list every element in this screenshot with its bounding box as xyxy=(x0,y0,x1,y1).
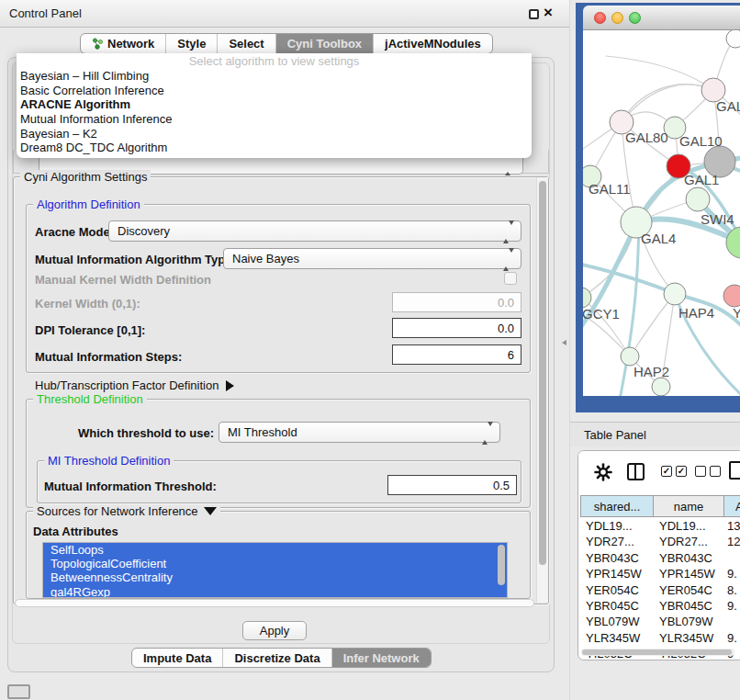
mi-threshold-field[interactable]: 0.5 xyxy=(387,475,517,495)
network-node-label: GAL xyxy=(716,98,740,114)
attribute-item-gal4rgexp[interactable]: gal4RGexp xyxy=(43,585,507,598)
kernel-width-field[interactable]: 0.0 xyxy=(392,292,521,312)
attr-items-container: SelfLoopsTopologicalCoefficientBetweenne… xyxy=(43,543,507,598)
table-row[interactable]: YER054CYER054C8. xyxy=(580,582,740,598)
network-node[interactable] xyxy=(686,187,710,211)
network-node[interactable] xyxy=(726,30,740,48)
table-row[interactable]: YBR045CYBR045C9. xyxy=(580,598,740,614)
tab-style[interactable]: Style xyxy=(165,34,217,53)
settings-vertical-scrollbar[interactable] xyxy=(536,177,548,603)
mi-steps-field[interactable]: 6 xyxy=(392,344,521,365)
gear-icon[interactable] xyxy=(594,463,612,484)
algorithm-option-bayesian-k2[interactable]: Bayesian – K2 xyxy=(17,127,532,141)
table-row[interactable]: YBL079WYBL079W xyxy=(580,614,740,629)
table-horizontal-scrollbar[interactable] xyxy=(581,649,734,656)
table-row[interactable]: YPR145WYPR145W9. xyxy=(580,566,740,581)
column-header[interactable]: A xyxy=(724,495,740,517)
tab-select[interactable]: Select xyxy=(217,34,275,53)
checked-checkbox-icon[interactable]: ✓ xyxy=(661,466,672,477)
which-threshold-select[interactable]: MI Threshold xyxy=(219,422,500,443)
dpi-tolerance-label: DPI Tolerance [0,1]: xyxy=(35,323,145,337)
table-cell: YBL079W xyxy=(586,615,640,628)
network-node[interactable] xyxy=(723,285,740,307)
tab-infer-network[interactable]: Infer Network xyxy=(331,649,431,667)
columns-icon[interactable] xyxy=(627,463,645,480)
algorithm-items: Bayesian – Hill ClimbingBasic Correlatio… xyxy=(17,69,532,155)
table-row[interactable]: YDR27...YDR27...12 xyxy=(580,534,740,549)
table-cell: YER054C xyxy=(659,583,712,597)
window-minimize-icon[interactable] xyxy=(611,12,623,24)
network-node[interactable] xyxy=(664,283,686,305)
document-icon[interactable] xyxy=(729,461,740,480)
data-attributes-list[interactable]: SelfLoopsTopologicalCoefficientBetweenne… xyxy=(42,542,508,598)
attribute-item-selfloops[interactable]: SelfLoops xyxy=(43,543,507,557)
checked-checkbox-icon[interactable]: ✓ xyxy=(676,466,687,477)
network-node-label: HAP2 xyxy=(633,364,669,379)
tab-impute-data[interactable]: Impute Data xyxy=(132,649,222,667)
table-row[interactable]: YDL19...YDL19...13 xyxy=(580,518,740,534)
table-cell: YBL079W xyxy=(659,615,713,628)
dpi-tolerance-field[interactable]: 0.0 xyxy=(392,318,521,338)
close-icon[interactable]: × xyxy=(544,4,553,22)
attribute-item-betweennesscentrality[interactable]: BetweennessCentrality xyxy=(43,570,507,584)
window-zoom-icon[interactable] xyxy=(629,12,641,24)
attribute-item-topologicalcoefficient[interactable]: TopologicalCoefficient xyxy=(43,557,507,570)
table-cell: YPR145W xyxy=(659,567,715,581)
float-window-icon[interactable] xyxy=(529,9,539,19)
algorithm-option-aracne-algorithm[interactable]: ARACNE Algorithm xyxy=(17,97,532,112)
network-view-frame: GALGAL80GAL10GAL1GAL11SWI4GAL4GCY1HAP4YH… xyxy=(576,3,740,412)
window-close-icon[interactable] xyxy=(594,12,606,24)
algorithm-option-basic-correlation-inference[interactable]: Basic Correlation Inference xyxy=(17,84,532,98)
algorithm-placeholder: Select algorithm to view settings xyxy=(17,53,532,69)
aracne-mode-select[interactable]: Discovery xyxy=(108,220,521,242)
apply-button[interactable]: Apply xyxy=(242,621,307,640)
column-header[interactable]: shared... xyxy=(580,495,654,517)
tab-network[interactable]: Network xyxy=(81,34,165,53)
algorithm-option-mutual-information-inference[interactable]: Mutual Information Inference xyxy=(17,112,532,127)
settings-horizontal-scrollbar[interactable] xyxy=(15,599,534,607)
network-node[interactable] xyxy=(621,347,639,366)
hidden-frame-edge xyxy=(13,150,14,174)
network-canvas[interactable]: GALGAL80GAL10GAL1GAL11SWI4GAL4GCY1HAP4YH… xyxy=(583,30,740,396)
table-cell: YER054C xyxy=(586,583,639,597)
table-cell: 9. xyxy=(727,567,737,581)
table-row[interactable]: YBR043CYBR043C xyxy=(580,550,740,566)
algorithm-option-bayesian-hill-climbing[interactable]: Bayesian – Hill Climbing xyxy=(17,69,532,84)
algorithm-option-dream8-dc-tdc-algorithm[interactable]: Dream8 DC_TDC Algorithm xyxy=(17,141,532,155)
table-cell: 9. xyxy=(727,631,737,645)
app-root: Control Panel × NetworkStyleSelectCyni T… xyxy=(0,0,740,700)
mi-algorithm-type-select[interactable]: Naive Bayes xyxy=(223,248,521,269)
tab-cyni-toolbox[interactable]: Cyni Toolbox xyxy=(275,34,373,53)
network-edge xyxy=(583,262,740,335)
manual-kernel-width-checkbox[interactable] xyxy=(504,272,517,285)
tab-label: Style xyxy=(177,37,206,51)
scrollbar-thumb[interactable] xyxy=(582,649,732,655)
network-node-label: GAL1 xyxy=(684,172,719,187)
scrollbar-thumb[interactable] xyxy=(539,181,546,565)
network-node[interactable] xyxy=(652,378,670,396)
sources-title[interactable]: Sources for Network Inference xyxy=(33,504,220,518)
unchecked-checkbox-icon[interactable] xyxy=(695,466,706,477)
table-cell: YDR27... xyxy=(586,535,634,548)
table-header-row: shared... name A xyxy=(580,495,740,517)
control-panel-tabs: NetworkStyleSelectCyni ToolboxjActiveMNo… xyxy=(80,33,493,54)
list-scrollbar[interactable] xyxy=(498,545,505,585)
tab-jactivemnodules[interactable]: jActiveMNodules xyxy=(373,34,492,53)
table-cell: 12 xyxy=(727,535,740,548)
tab-discretize-data[interactable]: Discretize Data xyxy=(222,649,331,667)
hub-definition-label: Hub/Transcription Factor Definition xyxy=(35,378,219,392)
manual-kernel-width-label: Manual Kernel Width Definition xyxy=(35,273,211,287)
collapse-arrow-icon[interactable] xyxy=(562,340,566,345)
algorithm-definition-title: Algorithm Definition xyxy=(33,198,144,211)
panel-splitter[interactable] xyxy=(569,0,570,700)
hub-definition-expander[interactable]: Hub/Transcription Factor Definition xyxy=(35,378,234,392)
which-threshold-value: MI Threshold xyxy=(228,425,297,439)
expander-arrow-icon xyxy=(226,380,234,391)
table-row[interactable]: YLR345WYLR345W9. xyxy=(580,630,740,646)
column-header[interactable]: name xyxy=(654,495,724,517)
network-window-titlebar[interactable] xyxy=(583,6,740,30)
control-panel-title: Control Panel xyxy=(9,6,82,20)
minimized-panel-icon[interactable] xyxy=(7,684,30,699)
table-panel: ✓ ✓ shared... name A YDL19...YDL19...13Y… xyxy=(577,450,740,660)
unchecked-checkbox-icon[interactable] xyxy=(710,466,721,477)
